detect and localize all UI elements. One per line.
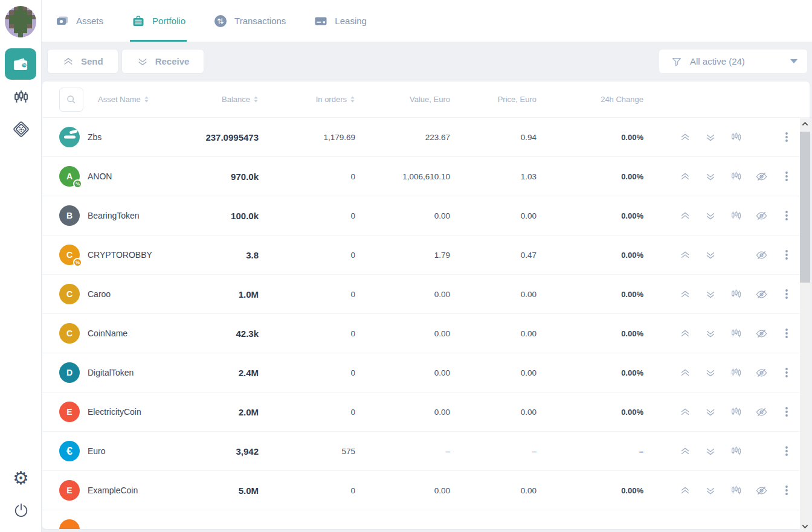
trade-icon-button[interactable] [723, 485, 749, 496]
send-icon-button[interactable] [672, 211, 698, 221]
row-menu-button[interactable] [774, 367, 799, 378]
send-icon-button[interactable] [672, 368, 698, 378]
vertical-scrollbar[interactable] [800, 118, 810, 532]
trade-icon-button[interactable] [723, 210, 749, 222]
hide-icon-button[interactable] [749, 327, 774, 340]
receive-icon-button[interactable] [698, 211, 723, 221]
trade-icon-button[interactable] [723, 289, 749, 300]
asset-icon-letter: € [66, 445, 72, 458]
row-menu-button[interactable] [774, 210, 799, 221]
row-menu-button[interactable] [774, 249, 799, 260]
receive-icon-button[interactable] [698, 171, 723, 182]
search-button[interactable] [59, 88, 83, 112]
trade-icon-button[interactable] [723, 446, 749, 457]
table-row[interactable]: C Caroo 1.0M 0 0.00 0.00 0.00% [42, 275, 810, 314]
table-row[interactable]: Zbs 237.0995473 1,179.69 223.67 0.94 0.0… [42, 118, 810, 157]
scrollbar-thumb[interactable] [800, 132, 810, 283]
send-icon-button[interactable] [672, 407, 698, 417]
sidebar-item-wallet[interactable]: % [5, 48, 36, 80]
asset-icon: D [59, 362, 80, 383]
header-balance[interactable]: Balance [222, 95, 250, 104]
hide-icon-button[interactable] [749, 288, 774, 301]
header-asset-name[interactable]: Asset Name [98, 95, 141, 104]
table-row[interactable]: € Euro 3,942 575 – – – [42, 432, 810, 471]
send-icon-button[interactable] [672, 328, 698, 339]
send-button[interactable]: Send [47, 49, 118, 74]
row-menu-button[interactable] [774, 171, 799, 182]
sidebar-item-tokens[interactable] [0, 120, 42, 139]
table-row[interactable]: C % CRYPTOROBBY 3.8 0 1.79 0.47 0.00% [42, 236, 810, 275]
svg-text:%: % [22, 63, 26, 67]
receive-icon-button[interactable] [698, 407, 723, 417]
value-euro-value: – [355, 447, 450, 456]
tab-leasing[interactable]: Leasing [312, 0, 368, 42]
sidebar-item-settings[interactable]: ⚙ [0, 469, 42, 487]
receive-button[interactable]: Receive [121, 49, 205, 74]
trade-icon-button[interactable] [723, 132, 749, 143]
sort-icon[interactable] [253, 96, 259, 103]
scroll-up-button[interactable] [800, 118, 810, 129]
hide-icon-button[interactable] [749, 484, 774, 497]
tab-label: Assets [76, 16, 103, 26]
table-row[interactable]: E ExampleCoin 5.0M 0 0.00 0.00 0.00% [42, 471, 810, 510]
hide-icon-button[interactable] [749, 406, 774, 418]
hide-icon-button[interactable] [749, 367, 774, 379]
asset-name: CRYPTOROBBY [88, 250, 152, 260]
sidebar: % ⚙ [0, 0, 42, 532]
hide-icon-button[interactable] [749, 170, 774, 183]
row-menu-button[interactable] [774, 328, 799, 339]
hide-icon-button[interactable] [749, 249, 774, 261]
row-menu-button[interactable] [774, 446, 799, 457]
trade-icon-button[interactable] [723, 328, 749, 339]
trade-icon-button[interactable] [723, 406, 749, 418]
sidebar-item-logout[interactable] [0, 502, 42, 519]
asset-name: CoinName [88, 328, 127, 338]
table-row[interactable]: B BearingToken 100.0k 0 0.00 0.00 0.00% [42, 196, 810, 236]
change-value: 0.00% [536, 329, 643, 338]
balance-value: 5.0M [187, 486, 259, 496]
send-button-label: Send [81, 56, 103, 66]
receive-icon-button[interactable] [698, 289, 723, 300]
table-row[interactable] [42, 510, 810, 529]
table-row[interactable]: A % ANON 970.0k 0 1,006,610.10 1.03 0.00… [42, 157, 810, 196]
send-icon-button[interactable] [672, 289, 698, 300]
receive-icon-button[interactable] [698, 486, 723, 496]
balance-value: 42.3k [187, 328, 259, 339]
send-icon-button[interactable] [672, 132, 698, 143]
row-menu-button[interactable] [774, 485, 799, 496]
receive-icon-button[interactable] [698, 368, 723, 378]
trade-icon-button[interactable] [723, 171, 749, 182]
table-row[interactable]: E ElectricityCoin 2.0M 0 0.00 0.00 0.00% [42, 393, 810, 432]
table-row[interactable]: C CoinName 42.3k 0 0.00 0.00 0.00% [42, 314, 810, 353]
trade-icon-button[interactable] [723, 367, 749, 379]
send-icon-button[interactable] [672, 171, 698, 182]
table-header: Asset Name Balance In orders Value, Euro… [42, 82, 810, 118]
receive-icon-button[interactable] [698, 250, 723, 260]
hide-icon-button[interactable] [749, 210, 774, 222]
header-in-orders[interactable]: In orders [316, 95, 347, 104]
send-icon-button[interactable] [672, 446, 698, 457]
asset-filter-dropdown[interactable]: All active (24) [659, 49, 808, 74]
sidebar-item-markets[interactable] [0, 88, 42, 106]
sort-icon[interactable] [144, 96, 149, 103]
sort-icon[interactable] [350, 96, 355, 103]
tab-assets[interactable]: Assets [54, 0, 105, 42]
tab-transactions[interactable]: Transactions [212, 0, 287, 42]
portfolio-table: Asset Name Balance In orders Value, Euro… [42, 82, 810, 529]
row-menu-button[interactable] [774, 132, 799, 143]
row-menu-button[interactable] [774, 406, 799, 417]
in-orders-value: 0 [259, 172, 355, 181]
receive-icon-button[interactable] [698, 328, 723, 339]
change-value: 0.00% [536, 486, 643, 495]
scroll-down-button[interactable] [800, 521, 810, 532]
send-icon-button[interactable] [672, 486, 698, 496]
table-row[interactable]: D DigitalToken 2.4M 0 0.00 0.00 0.00% [42, 353, 810, 393]
value-euro-value: 0.00 [355, 329, 450, 338]
tab-portfolio[interactable]: Portfolio [130, 0, 187, 42]
avatar[interactable] [5, 6, 36, 37]
row-menu-button[interactable] [774, 289, 799, 300]
receive-icon-button[interactable] [698, 132, 723, 143]
in-orders-value: 575 [259, 447, 355, 456]
receive-icon-button[interactable] [698, 446, 723, 457]
send-icon-button[interactable] [672, 250, 698, 260]
